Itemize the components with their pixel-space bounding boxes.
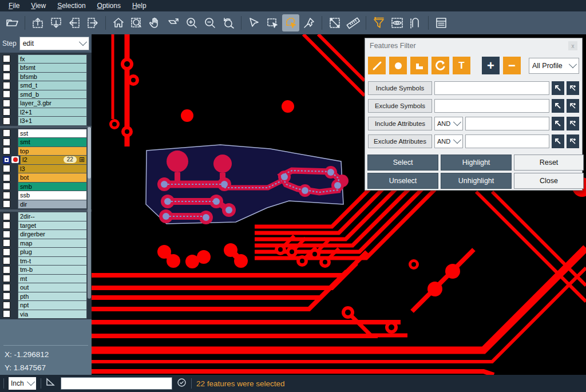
clean-icon[interactable] (300, 14, 318, 31)
include-attributes-input[interactable] (465, 117, 549, 130)
menu-options[interactable]: Options (92, 1, 126, 11)
select-button[interactable]: Select (367, 155, 438, 171)
select-arrow-icon[interactable] (246, 14, 263, 31)
unit-select[interactable]: Inch (9, 377, 36, 390)
pick-add-attribute-button[interactable] (567, 134, 579, 148)
highlight-button[interactable]: Highlight (441, 155, 512, 171)
layer-label[interactable]: dir (18, 200, 87, 209)
layer-checkbox[interactable] (3, 174, 10, 181)
zoom-out-icon[interactable] (201, 14, 219, 31)
layer-label[interactable]: smt (18, 137, 87, 147)
filter-arc-button[interactable] (431, 57, 449, 74)
layer-label[interactable]: top (18, 146, 87, 156)
menu-view[interactable]: View (26, 1, 51, 11)
menu-file[interactable]: File (3, 1, 25, 11)
pick-add-attribute-button[interactable] (567, 117, 579, 130)
pan-hand-icon[interactable] (146, 14, 164, 31)
layer-label[interactable]: bfsmt (18, 63, 87, 73)
command-input[interactable] (61, 377, 172, 390)
layer-label[interactable]: l2+1 (18, 108, 87, 117)
unhighlight-button[interactable]: Unhighlight (441, 173, 512, 189)
layer-checkbox[interactable] (3, 292, 10, 300)
include-attributes-logic-select[interactable]: AND (434, 117, 463, 130)
layer-label[interactable]: smb (18, 182, 87, 192)
pick-add-symbol-button[interactable] (567, 81, 579, 95)
pick-attribute-button[interactable] (552, 134, 564, 148)
layer-label[interactable]: l2 22 ⊞ (20, 155, 87, 165)
zoom-in-icon[interactable] (183, 14, 200, 31)
layer-checkbox[interactable] (3, 213, 10, 220)
pick-symbol-button[interactable] (552, 81, 564, 95)
menu-selection[interactable]: Selection (52, 1, 90, 11)
filter-text-button[interactable]: T (453, 57, 470, 74)
layer-checkbox[interactable] (3, 108, 10, 116)
layer-checkbox[interactable] (3, 192, 10, 199)
zoom-previous-icon[interactable] (220, 14, 237, 31)
layer-label[interactable]: plug (18, 247, 87, 257)
layer-label[interactable]: layer_3.gbr (18, 98, 87, 108)
features-filter-icon[interactable] (370, 14, 387, 31)
layer-label[interactable]: bot (18, 173, 87, 183)
include-symbols-input[interactable] (434, 81, 549, 95)
exclude-attributes-input[interactable] (465, 134, 549, 148)
exclude-attributes-button[interactable]: Exclude Attributes (368, 134, 432, 148)
layer-label[interactable]: out (18, 283, 87, 292)
home-icon[interactable] (110, 14, 127, 31)
layer-checkbox[interactable] (3, 310, 10, 318)
layer-checkbox[interactable] (3, 302, 10, 309)
layer-label[interactable]: via (18, 310, 87, 319)
filter-pad-button[interactable] (389, 57, 407, 74)
layer-checkbox[interactable] (3, 231, 10, 238)
layer-list-scrollbar[interactable] (88, 127, 91, 299)
layer-checkbox[interactable] (3, 55, 10, 62)
layer-label[interactable]: smd_b (18, 90, 87, 100)
layer-checkbox[interactable] (3, 284, 10, 291)
add-filter-button[interactable]: + (482, 57, 500, 74)
include-attributes-button[interactable]: Include Attributes (368, 117, 432, 130)
layer-label[interactable]: l3+1 (18, 116, 87, 126)
close-icon[interactable]: x (568, 41, 577, 50)
layer-checkbox[interactable] (3, 275, 10, 282)
scrollbar-thumb[interactable] (88, 127, 91, 179)
measure-distance-icon[interactable] (326, 14, 343, 31)
pick-add-symbol-button[interactable] (567, 99, 579, 113)
active-layer-indicator[interactable] (11, 156, 19, 163)
exclude-symbols-input[interactable] (434, 99, 549, 113)
layer-checkbox[interactable] (3, 100, 10, 107)
include-symbols-button[interactable]: Include Symbols (368, 81, 432, 95)
layer-label[interactable]: mt (18, 274, 87, 284)
filter-surface-button[interactable] (410, 57, 428, 74)
view-options-icon[interactable] (389, 14, 406, 31)
layer-checkbox[interactable] (3, 73, 10, 80)
layer-checkbox[interactable] (3, 257, 10, 264)
dialog-title-bar[interactable]: Features Filter x (365, 38, 582, 53)
pick-attribute-button[interactable] (552, 117, 564, 130)
zoom-area-icon[interactable] (128, 14, 145, 31)
layer-label[interactable]: dirgerber (18, 229, 87, 239)
close-button[interactable]: Close (514, 173, 584, 189)
layer-label[interactable]: smd_t (18, 81, 87, 90)
layer-checkbox[interactable] (3, 147, 10, 155)
layer-checkbox-selected[interactable] (3, 156, 10, 164)
feature-form-icon[interactable] (433, 14, 450, 31)
layer-label[interactable]: npt (18, 300, 87, 310)
measure-ruler-icon[interactable] (345, 14, 362, 31)
layer-label[interactable]: fx (18, 54, 87, 64)
unselect-button[interactable]: Unselect (367, 173, 438, 189)
layer-label[interactable]: l3 (18, 164, 87, 174)
layer-label[interactable]: map (18, 239, 87, 248)
layer-label[interactable]: tm-b (18, 265, 87, 275)
exclude-symbols-button[interactable]: Exclude Symbols (368, 99, 432, 113)
snap-icon[interactable] (407, 14, 424, 31)
pick-symbol-button[interactable] (552, 99, 564, 113)
pan-up-icon[interactable] (29, 14, 46, 31)
layer-label[interactable]: tm-t (18, 256, 87, 266)
layer-checkbox[interactable] (3, 117, 10, 125)
zoom-object-icon[interactable] (165, 14, 182, 31)
profile-select[interactable]: All Profile (529, 58, 579, 74)
layer-label[interactable]: sst (18, 129, 87, 138)
poly-select-icon[interactable] (282, 14, 299, 31)
layer-checkbox[interactable] (3, 266, 10, 274)
layer-checkbox[interactable] (3, 248, 10, 256)
layer-checkbox[interactable] (3, 200, 10, 208)
